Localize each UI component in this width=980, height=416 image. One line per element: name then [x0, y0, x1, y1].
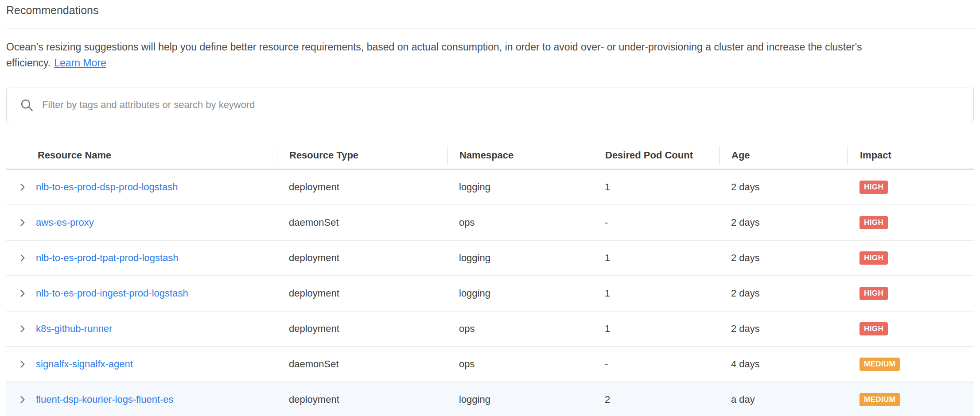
resource-type-cell: deployment	[277, 181, 447, 193]
desired-pod-count-cell: -	[593, 217, 719, 228]
column-header-resource-type: Resource Type	[277, 146, 447, 165]
namespace-cell: ops	[447, 217, 593, 228]
column-header-desired-pod-count: Desired Pod Count	[593, 146, 719, 165]
impact-badge: HIGH	[859, 181, 888, 194]
namespace-cell: logging	[447, 394, 593, 405]
search-input[interactable]	[42, 88, 973, 122]
namespace-cell: logging	[447, 252, 593, 264]
chevron-right-icon[interactable]	[19, 325, 27, 333]
resource-name-link[interactable]: k8s-github-runner	[36, 323, 112, 335]
impact-cell: MEDIUM	[848, 393, 974, 406]
impact-badge: HIGH	[859, 322, 888, 335]
resource-type-cell: daemonSet	[277, 217, 447, 228]
resource-name-link[interactable]: aws-es-proxy	[36, 217, 94, 228]
recommendations-table: Resource Name Resource Type Namespace De…	[6, 142, 974, 416]
desired-pod-count-cell: 1	[593, 252, 719, 264]
table-row: k8s-github-runner deployment ops 1 2 day…	[6, 312, 974, 347]
impact-cell: MEDIUM	[848, 358, 974, 371]
impact-badge: MEDIUM	[859, 393, 900, 406]
chevron-right-icon[interactable]	[19, 183, 27, 191]
resource-name-link[interactable]: signalfx-signalfx-agent	[36, 358, 133, 370]
impact-cell: HIGH	[848, 322, 974, 335]
chevron-right-icon[interactable]	[19, 254, 27, 262]
impact-badge: HIGH	[859, 216, 888, 229]
age-cell: 2 days	[719, 217, 848, 228]
resource-type-cell: deployment	[277, 394, 447, 405]
age-cell: 4 days	[719, 358, 848, 370]
search-box[interactable]	[6, 88, 974, 122]
table-body: nlb-to-es-prod-dsp-prod-logstash deploym…	[6, 170, 974, 416]
table-header: Resource Name Resource Type Namespace De…	[6, 142, 974, 170]
resource-type-cell: deployment	[277, 252, 447, 264]
title-divider	[6, 28, 974, 29]
age-cell: 2 days	[719, 323, 848, 335]
column-header-namespace: Namespace	[447, 146, 593, 165]
desired-pod-count-cell: -	[593, 358, 719, 370]
recommendations-page: Recommendations Ocean's resizing suggest…	[0, 0, 980, 416]
column-header-impact: Impact	[848, 146, 974, 165]
resource-name-cell: nlb-to-es-prod-tpat-prod-logstash	[6, 252, 277, 264]
resource-name-cell: aws-es-proxy	[6, 217, 277, 228]
impact-cell: HIGH	[848, 181, 974, 194]
table-row: nlb-to-es-prod-dsp-prod-logstash deploym…	[6, 170, 974, 205]
page-title: Recommendations	[6, 4, 974, 17]
age-cell: 2 days	[719, 288, 848, 299]
table-row: fluent-dsp-kourier-logs-fluent-es deploy…	[6, 382, 974, 416]
namespace-cell: ops	[447, 323, 593, 335]
page-description: Ocean's resizing suggestions will help y…	[6, 39, 974, 71]
search-icon	[20, 98, 33, 112]
impact-cell: HIGH	[848, 287, 974, 300]
impact-badge: MEDIUM	[859, 358, 900, 371]
desired-pod-count-cell: 2	[593, 394, 719, 405]
impact-cell: HIGH	[848, 216, 974, 229]
resource-name-link[interactable]: nlb-to-es-prod-tpat-prod-logstash	[36, 252, 179, 264]
column-header-age: Age	[719, 146, 848, 165]
resource-name-cell: nlb-to-es-prod-ingest-prod-logstash	[6, 288, 277, 299]
table-row: nlb-to-es-prod-ingest-prod-logstash depl…	[6, 276, 974, 312]
resource-name-cell: signalfx-signalfx-agent	[6, 358, 277, 370]
chevron-right-icon[interactable]	[19, 360, 27, 368]
description-line-2: efficiency.	[6, 57, 51, 69]
impact-badge: HIGH	[859, 251, 888, 265]
chevron-right-icon[interactable]	[19, 289, 27, 297]
impact-cell: HIGH	[848, 251, 974, 265]
table-row: signalfx-signalfx-agent daemonSet ops - …	[6, 347, 974, 382]
chevron-right-icon[interactable]	[19, 219, 27, 227]
chevron-right-icon[interactable]	[19, 396, 27, 404]
description-line-1: Ocean's resizing suggestions will help y…	[6, 41, 862, 53]
resource-name-cell: nlb-to-es-prod-dsp-prod-logstash	[6, 181, 277, 193]
resource-type-cell: deployment	[277, 323, 447, 335]
desired-pod-count-cell: 1	[593, 288, 719, 299]
age-cell: 2 days	[719, 252, 848, 264]
table-row: aws-es-proxy daemonSet ops - 2 days HIGH	[6, 205, 974, 241]
resource-name-cell: k8s-github-runner	[6, 323, 277, 335]
age-cell: a day	[719, 394, 848, 405]
namespace-cell: ops	[447, 358, 593, 370]
impact-badge: HIGH	[859, 287, 888, 300]
table-row: nlb-to-es-prod-tpat-prod-logstash deploy…	[6, 241, 974, 276]
resource-name-cell: fluent-dsp-kourier-logs-fluent-es	[6, 394, 277, 405]
namespace-cell: logging	[447, 288, 593, 299]
namespace-cell: logging	[447, 181, 593, 193]
resource-name-link[interactable]: nlb-to-es-prod-ingest-prod-logstash	[36, 288, 188, 299]
resource-type-cell: daemonSet	[277, 358, 447, 370]
desired-pod-count-cell: 1	[593, 181, 719, 193]
resource-type-cell: deployment	[277, 288, 447, 299]
desired-pod-count-cell: 1	[593, 323, 719, 335]
column-header-resource-name: Resource Name	[6, 146, 277, 165]
resource-name-link[interactable]: nlb-to-es-prod-dsp-prod-logstash	[36, 181, 178, 193]
learn-more-link[interactable]: Learn More	[54, 57, 106, 69]
resource-name-link[interactable]: fluent-dsp-kourier-logs-fluent-es	[36, 394, 174, 405]
age-cell: 2 days	[719, 181, 848, 193]
